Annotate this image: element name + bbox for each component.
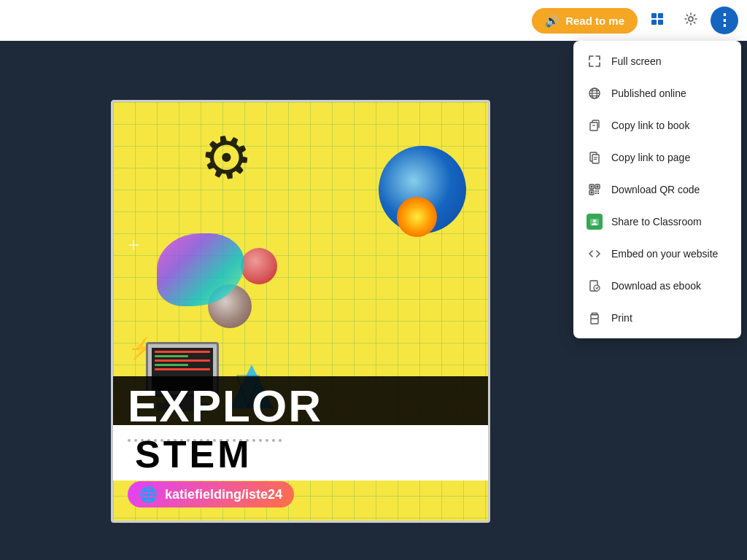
fullscreen-icon	[587, 53, 603, 69]
deco-cross: +	[128, 233, 139, 257]
svg-rect-19	[591, 186, 593, 188]
copy-book-icon	[587, 117, 603, 133]
more-dots-icon: ⋮	[716, 12, 732, 28]
fullscreen-label: Full screen	[611, 55, 661, 67]
svg-point-31	[594, 285, 600, 291]
svg-point-29	[593, 219, 596, 222]
settings-button[interactable]	[677, 7, 705, 34]
svg-rect-25	[597, 190, 599, 192]
topbar: 🔊 Read to me ⋮	[0, 0, 747, 41]
apps-icon	[650, 12, 665, 30]
svg-rect-1	[658, 13, 663, 18]
menu-item-published[interactable]: Published online	[573, 77, 741, 109]
deco-engine: ⚙	[195, 120, 258, 195]
speaker-icon: 🔊	[545, 14, 560, 28]
copy-page-label: Copy link to page	[611, 152, 690, 163]
qr-code-icon	[587, 182, 603, 198]
svg-rect-2	[651, 20, 657, 25]
read-to-me-button[interactable]: 🔊 Read to me	[532, 8, 638, 34]
svg-rect-32	[591, 319, 598, 324]
ebook-label: Download as ebook	[611, 280, 701, 292]
embed-icon	[587, 246, 603, 262]
menu-item-print[interactable]: Print	[573, 302, 741, 334]
menu-item-copy-book[interactable]: Copy link to book	[573, 109, 741, 141]
classroom-icon	[587, 214, 603, 230]
globe-icon: 🌐	[139, 486, 158, 503]
more-menu-button[interactable]: ⋮	[711, 7, 738, 34]
ebook-icon	[587, 278, 603, 294]
svg-point-4	[689, 17, 693, 21]
svg-rect-27	[597, 192, 599, 194]
book-title-sub: STEM	[128, 431, 259, 478]
svg-point-34	[597, 316, 599, 318]
dots-row	[113, 439, 488, 442]
menu-item-copy-page[interactable]: Copy link to page	[573, 141, 741, 174]
qr-code-label: Download QR code	[611, 184, 700, 195]
embed-label: Embed on your website	[611, 248, 718, 260]
print-label: Print	[611, 312, 632, 324]
book-title-main: EXPLOR	[128, 384, 473, 429]
svg-rect-21	[597, 186, 599, 188]
menu-item-embed[interactable]: Embed on your website	[573, 238, 741, 270]
menu-item-qr-code[interactable]: Download QR code	[573, 174, 741, 206]
deco-red-planet	[241, 248, 277, 284]
classroom-label: Share to Classroom	[611, 216, 702, 228]
gear-icon	[684, 12, 698, 30]
copy-page-icon	[587, 149, 603, 166]
svg-rect-23	[591, 192, 593, 194]
deco-sun	[397, 197, 437, 237]
menu-item-classroom[interactable]: Share to Classroom	[573, 206, 741, 238]
print-icon	[587, 310, 603, 326]
read-to-me-label: Read to me	[565, 15, 624, 27]
svg-rect-26	[595, 192, 597, 194]
apps-button[interactable]	[643, 7, 671, 34]
svg-rect-3	[658, 20, 663, 25]
svg-rect-12	[590, 122, 597, 131]
menu-item-ebook[interactable]: Download as ebook	[573, 270, 741, 302]
menu-item-fullscreen[interactable]: Full screen	[573, 45, 741, 77]
book-url: katiefielding/iste24	[165, 487, 282, 502]
book-subtitle-block: STEM	[113, 425, 488, 481]
published-label: Published online	[611, 88, 686, 99]
dropdown-menu: Full screen Published online Copy link t…	[573, 41, 741, 338]
copy-book-label: Copy link to book	[611, 120, 689, 131]
book-cover: + ⚙ ⚡	[111, 100, 490, 523]
book-footer: 🌐 katiefielding/iste24	[128, 481, 294, 508]
svg-rect-0	[651, 13, 657, 18]
svg-rect-24	[595, 190, 597, 192]
published-globe-icon	[587, 85, 603, 101]
